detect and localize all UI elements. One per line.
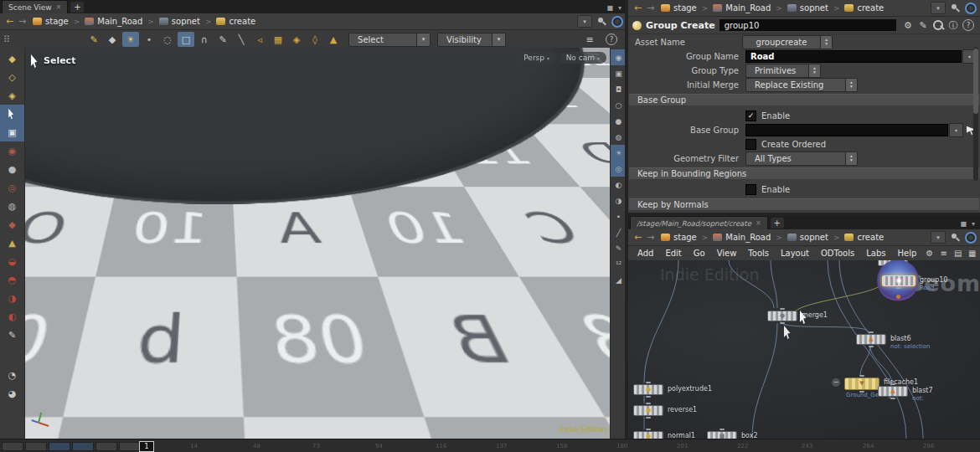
rotate-tool-icon[interactable]: ◎ xyxy=(0,178,24,197)
magnet-4-icon[interactable]: ◐ xyxy=(0,307,24,326)
select-tool-icon[interactable] xyxy=(0,105,24,123)
magnet-2-icon[interactable]: ◓ xyxy=(0,270,24,289)
new-tab-button[interactable]: + xyxy=(771,218,784,229)
transport-button-5[interactable] xyxy=(119,442,141,451)
tab-close-icon[interactable]: × xyxy=(756,219,761,227)
menu-help[interactable]: Help xyxy=(891,249,922,258)
enable-checkbox[interactable]: ✓ xyxy=(745,110,756,121)
tab-scene-view[interactable]: Scene View × xyxy=(2,0,68,13)
transport-button-2[interactable] xyxy=(49,442,70,451)
breadcrumb-item-sopnet[interactable]: sopnet xyxy=(155,13,204,29)
path-dropdown-icon[interactable]: ▾ xyxy=(931,2,946,14)
asset-name-dropdown[interactable]: groupcreate ▴▾ xyxy=(742,35,833,49)
selection-lock-icon[interactable]: ▣ xyxy=(0,123,24,141)
breadcrumb-item-stage[interactable]: stage xyxy=(28,13,73,29)
keep-bounding-section[interactable]: Keep in Bounding Regions xyxy=(629,167,979,180)
scrollbar-thumb[interactable] xyxy=(973,49,978,114)
magnet-1-icon[interactable]: ◒ xyxy=(0,252,24,270)
brush-icon[interactable]: ✎ xyxy=(916,19,931,32)
base-group-menu-button[interactable]: ▾ xyxy=(949,123,963,137)
keep-normals-section[interactable]: Keep by Normals xyxy=(629,198,979,211)
breadcrumb-item-sopnet[interactable]: sopnet xyxy=(783,229,833,245)
node-polyextrude1[interactable]: ●polyextrude1 xyxy=(633,384,663,395)
info-icon[interactable]: ⓘ xyxy=(946,19,961,32)
current-frame-field[interactable]: 1 xyxy=(139,441,154,452)
sculpt-tool-icon[interactable]: ◔ xyxy=(0,366,24,384)
sun-shading-icon[interactable]: ☀ xyxy=(122,32,139,47)
network-canvas[interactable]: Indie Edition Geometry ●◉group10Road●mer… xyxy=(628,260,980,439)
scale-tool-icon[interactable]: ◍ xyxy=(0,197,24,215)
objects-tool-icon[interactable]: ◆ xyxy=(0,49,24,68)
display-options-icon[interactable]: ≡ xyxy=(581,32,598,47)
paint-tool-icon[interactable]: ✎ xyxy=(0,326,24,344)
select-mode-dropdown[interactable]: Select ▾ xyxy=(348,33,431,47)
snapping-icon[interactable]: ⚙ xyxy=(922,249,936,259)
base-group-input[interactable] xyxy=(745,124,948,136)
back-arrow-icon[interactable]: ← xyxy=(632,3,644,13)
ik-tool-icon[interactable]: ▲ xyxy=(0,234,24,252)
link-target-icon[interactable] xyxy=(965,232,977,244)
new-tab-button[interactable]: + xyxy=(70,2,84,13)
parameters-scrollbar[interactable] xyxy=(973,47,978,181)
menu-labs[interactable]: Labs xyxy=(860,249,891,258)
pane-maximize-icon[interactable]: ■ xyxy=(606,4,613,12)
node-filecache1[interactable]: ▼−filecache1Ground_Geo.bgeo.sc xyxy=(844,378,879,390)
pane-menu-icon[interactable]: ▾ xyxy=(618,4,622,12)
display-list-icon[interactable]: ▤ xyxy=(951,249,965,259)
area-select-icon[interactable]: ▲ xyxy=(325,32,342,47)
snap-tool-icon[interactable]: ◕ xyxy=(0,384,24,403)
model-tool-icon[interactable]: ◈ xyxy=(0,86,24,105)
forward-arrow-icon[interactable]: → xyxy=(644,3,657,13)
tab-network-path[interactable]: /stage/Main_Road/sopnet/create × xyxy=(630,216,768,229)
back-arrow-icon[interactable]: ← xyxy=(632,232,644,243)
menu-edit[interactable]: Edit xyxy=(659,249,687,258)
node-group10[interactable]: ◉group10Road xyxy=(882,275,916,286)
pin-icon[interactable] xyxy=(950,232,961,243)
breadcrumb-item-create[interactable]: create xyxy=(840,229,888,245)
bypass-flag-badge[interactable]: − xyxy=(832,378,840,387)
group-type-dropdown[interactable]: Primitives ▴▾ xyxy=(745,64,821,78)
node-normal1[interactable]: ●normal1 xyxy=(633,431,663,439)
select-contained-icon[interactable]: ▦ xyxy=(270,32,286,47)
projection-menu[interactable]: Persp ▾ xyxy=(517,52,556,64)
pose-tool-icon[interactable]: ◉ xyxy=(0,141,24,160)
menu-odtools[interactable]: ODTools xyxy=(815,249,860,258)
back-arrow-icon[interactable]: ← xyxy=(3,16,16,27)
show-handles-icon[interactable]: ✎ xyxy=(85,32,102,47)
gear-icon[interactable]: ⚙ xyxy=(900,19,916,32)
forward-arrow-icon[interactable]: → xyxy=(16,16,28,27)
breadcrumb-item-create[interactable]: create xyxy=(840,0,888,16)
search-icon[interactable] xyxy=(931,19,946,32)
breadcrumb-item-Main_Road[interactable]: Main_Road xyxy=(80,13,147,29)
breadcrumb-item-Main_Road[interactable]: Main_Road xyxy=(709,0,775,16)
initial-merge-dropdown[interactable]: Replace Existing ▴▾ xyxy=(745,78,858,92)
transport-button-1[interactable] xyxy=(25,442,47,451)
help-icon[interactable]: ? xyxy=(603,32,620,47)
group-name-input[interactable]: Road xyxy=(745,50,962,63)
menu-add[interactable]: Add xyxy=(632,249,659,258)
breadcrumb-item-sopnet[interactable]: sopnet xyxy=(783,0,833,16)
playbar[interactable]: 1 14487394116137158180201222243264286 xyxy=(0,439,980,452)
node-blast6[interactable]: ▲blast6not: selection xyxy=(856,334,886,345)
brush-select-icon[interactable]: ✎ xyxy=(214,32,231,47)
node-box2[interactable]: ■box2 xyxy=(707,431,737,439)
breadcrumb-item-stage[interactable]: stage xyxy=(657,229,701,245)
viewport-canvas[interactable]: 13N13b13B13D13FM12O12A12C12E1211N11b11B1… xyxy=(25,48,610,439)
select-partial-icon[interactable]: ◊ xyxy=(307,32,323,47)
transport-button-4[interactable] xyxy=(95,442,117,451)
line-select-icon[interactable]: ╲ xyxy=(233,32,250,47)
breadcrumb-item-Main_Road[interactable]: Main_Road xyxy=(709,229,775,245)
tab-close-icon[interactable]: × xyxy=(56,3,62,11)
lasso-select-icon[interactable]: ∩ xyxy=(196,32,213,47)
transport-button-3[interactable] xyxy=(72,442,94,451)
create-ordered-checkbox[interactable] xyxy=(745,139,756,150)
breadcrumb-item-stage[interactable]: stage xyxy=(657,0,701,16)
help-icon[interactable]: ? xyxy=(961,19,976,32)
pane-maximize-icon[interactable]: ■ xyxy=(960,220,967,228)
node-merge1[interactable]: ●merge1 xyxy=(767,311,797,321)
transport-button-0[interactable] xyxy=(2,442,23,451)
pin-icon[interactable] xyxy=(596,16,607,27)
node-blast7[interactable]: ▲blast7not: xyxy=(878,386,908,397)
select-visible-icon[interactable]: ◃ xyxy=(251,32,268,47)
modify-tool-icon[interactable]: ◇ xyxy=(0,68,24,86)
